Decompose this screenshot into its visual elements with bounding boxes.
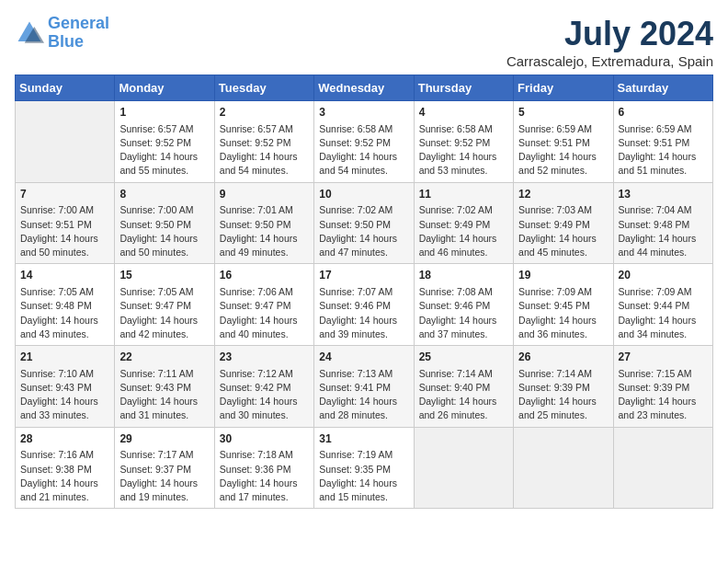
day-info: Sunrise: 7:18 AM Sunset: 9:36 PM Dayligh… bbox=[220, 448, 309, 504]
calendar-cell bbox=[414, 427, 513, 509]
calendar-cell bbox=[16, 101, 115, 183]
day-number: 26 bbox=[518, 350, 608, 365]
day-info: Sunrise: 6:57 AM Sunset: 9:52 PM Dayligh… bbox=[119, 122, 209, 178]
calendar-cell: 30Sunrise: 7:18 AM Sunset: 9:36 PM Dayli… bbox=[214, 427, 313, 509]
day-number: 2 bbox=[220, 105, 309, 121]
day-info: Sunrise: 6:57 AM Sunset: 9:52 PM Dayligh… bbox=[220, 122, 309, 178]
weekday-header-thursday: Thursday bbox=[414, 75, 513, 101]
day-number: 31 bbox=[319, 431, 408, 447]
weekday-header-row: SundayMondayTuesdayWednesdayThursdayFrid… bbox=[16, 75, 713, 101]
day-info: Sunrise: 7:00 AM Sunset: 9:51 PM Dayligh… bbox=[20, 203, 109, 259]
calendar-cell: 5Sunrise: 6:59 AM Sunset: 9:51 PM Daylig… bbox=[514, 101, 613, 183]
day-number: 27 bbox=[619, 350, 708, 365]
calendar-cell: 16Sunrise: 7:06 AM Sunset: 9:47 PM Dayli… bbox=[214, 264, 313, 346]
calendar-cell: 27Sunrise: 7:15 AM Sunset: 9:39 PM Dayli… bbox=[613, 346, 712, 428]
day-info: Sunrise: 7:09 AM Sunset: 9:44 PM Dayligh… bbox=[619, 285, 708, 341]
day-number: 15 bbox=[119, 268, 209, 283]
calendar-cell: 14Sunrise: 7:05 AM Sunset: 9:48 PM Dayli… bbox=[16, 264, 115, 346]
calendar-cell: 11Sunrise: 7:02 AM Sunset: 9:49 PM Dayli… bbox=[414, 182, 513, 264]
weekday-header-wednesday: Wednesday bbox=[314, 75, 414, 101]
logo-line1: General bbox=[48, 14, 109, 32]
day-number: 25 bbox=[419, 350, 508, 365]
day-number: 20 bbox=[619, 268, 708, 283]
calendar-cell: 19Sunrise: 7:09 AM Sunset: 9:45 PM Dayli… bbox=[514, 264, 613, 346]
day-info: Sunrise: 7:14 AM Sunset: 9:40 PM Dayligh… bbox=[419, 367, 508, 423]
calendar-cell: 22Sunrise: 7:11 AM Sunset: 9:43 PM Dayli… bbox=[115, 346, 214, 428]
day-info: Sunrise: 7:19 AM Sunset: 9:35 PM Dayligh… bbox=[319, 448, 408, 504]
calendar-cell bbox=[514, 427, 613, 509]
weekday-header-monday: Monday bbox=[115, 75, 214, 101]
calendar-cell: 23Sunrise: 7:12 AM Sunset: 9:42 PM Dayli… bbox=[214, 346, 313, 428]
location-title: Carrascalejo, Extremadura, Spain bbox=[506, 53, 713, 69]
day-info: Sunrise: 7:17 AM Sunset: 9:37 PM Dayligh… bbox=[119, 448, 209, 504]
day-info: Sunrise: 6:58 AM Sunset: 9:52 PM Dayligh… bbox=[419, 122, 508, 178]
calendar-cell: 24Sunrise: 7:13 AM Sunset: 9:41 PM Dayli… bbox=[314, 346, 414, 428]
day-info: Sunrise: 7:05 AM Sunset: 9:48 PM Dayligh… bbox=[20, 285, 109, 341]
day-number: 16 bbox=[220, 268, 309, 283]
logo-icon bbox=[15, 18, 44, 48]
day-info: Sunrise: 7:13 AM Sunset: 9:41 PM Dayligh… bbox=[319, 367, 408, 423]
day-number: 7 bbox=[20, 187, 109, 202]
logo: General Blue bbox=[15, 15, 109, 52]
day-info: Sunrise: 7:00 AM Sunset: 9:50 PM Dayligh… bbox=[119, 203, 209, 259]
day-info: Sunrise: 6:59 AM Sunset: 9:51 PM Dayligh… bbox=[619, 122, 708, 178]
calendar-cell: 13Sunrise: 7:04 AM Sunset: 9:48 PM Dayli… bbox=[613, 182, 712, 264]
day-number: 18 bbox=[419, 268, 508, 283]
calendar-cell: 29Sunrise: 7:17 AM Sunset: 9:37 PM Dayli… bbox=[115, 427, 214, 509]
calendar-week-2: 7Sunrise: 7:00 AM Sunset: 9:51 PM Daylig… bbox=[16, 182, 713, 264]
day-number: 6 bbox=[619, 105, 708, 121]
day-number: 24 bbox=[319, 350, 408, 365]
day-info: Sunrise: 7:12 AM Sunset: 9:42 PM Dayligh… bbox=[220, 367, 309, 423]
weekday-header-saturday: Saturday bbox=[613, 75, 712, 101]
calendar-cell: 12Sunrise: 7:03 AM Sunset: 9:49 PM Dayli… bbox=[514, 182, 613, 264]
day-number: 9 bbox=[220, 187, 309, 202]
calendar-cell: 25Sunrise: 7:14 AM Sunset: 9:40 PM Dayli… bbox=[414, 346, 513, 428]
calendar-cell: 20Sunrise: 7:09 AM Sunset: 9:44 PM Dayli… bbox=[613, 264, 712, 346]
day-info: Sunrise: 7:11 AM Sunset: 9:43 PM Dayligh… bbox=[119, 367, 209, 423]
day-number: 17 bbox=[319, 268, 408, 283]
day-number: 13 bbox=[619, 187, 708, 202]
day-info: Sunrise: 7:15 AM Sunset: 9:39 PM Dayligh… bbox=[619, 367, 708, 423]
month-title: July 2024 bbox=[506, 15, 713, 53]
day-number: 22 bbox=[119, 350, 209, 365]
day-number: 10 bbox=[319, 187, 408, 202]
day-number: 1 bbox=[119, 105, 209, 121]
calendar-cell: 3Sunrise: 6:58 AM Sunset: 9:52 PM Daylig… bbox=[314, 101, 414, 183]
day-info: Sunrise: 7:04 AM Sunset: 9:48 PM Dayligh… bbox=[619, 203, 708, 259]
calendar-table: SundayMondayTuesdayWednesdayThursdayFrid… bbox=[15, 75, 713, 509]
day-number: 11 bbox=[419, 187, 508, 202]
day-number: 14 bbox=[20, 268, 109, 283]
calendar-week-1: 1Sunrise: 6:57 AM Sunset: 9:52 PM Daylig… bbox=[16, 101, 713, 183]
weekday-header-sunday: Sunday bbox=[16, 75, 115, 101]
calendar-cell: 31Sunrise: 7:19 AM Sunset: 9:35 PM Dayli… bbox=[314, 427, 414, 509]
day-number: 30 bbox=[220, 431, 309, 447]
day-number: 28 bbox=[20, 431, 109, 447]
day-info: Sunrise: 6:59 AM Sunset: 9:51 PM Dayligh… bbox=[518, 122, 608, 178]
calendar-cell: 26Sunrise: 7:14 AM Sunset: 9:39 PM Dayli… bbox=[514, 346, 613, 428]
calendar-cell: 2Sunrise: 6:57 AM Sunset: 9:52 PM Daylig… bbox=[214, 101, 313, 183]
calendar-cell: 21Sunrise: 7:10 AM Sunset: 9:43 PM Dayli… bbox=[16, 346, 115, 428]
weekday-header-tuesday: Tuesday bbox=[214, 75, 313, 101]
day-number: 23 bbox=[220, 350, 309, 365]
day-info: Sunrise: 7:08 AM Sunset: 9:46 PM Dayligh… bbox=[419, 285, 508, 341]
title-area: July 2024 Carrascalejo, Extremadura, Spa… bbox=[506, 15, 713, 69]
day-info: Sunrise: 7:02 AM Sunset: 9:50 PM Dayligh… bbox=[319, 203, 408, 259]
day-info: Sunrise: 6:58 AM Sunset: 9:52 PM Dayligh… bbox=[319, 122, 408, 178]
logo-line2: Blue bbox=[48, 32, 84, 51]
day-info: Sunrise: 7:05 AM Sunset: 9:47 PM Dayligh… bbox=[119, 285, 209, 341]
calendar-cell: 6Sunrise: 6:59 AM Sunset: 9:51 PM Daylig… bbox=[613, 101, 712, 183]
day-info: Sunrise: 7:03 AM Sunset: 9:49 PM Dayligh… bbox=[518, 203, 608, 259]
calendar-cell: 9Sunrise: 7:01 AM Sunset: 9:50 PM Daylig… bbox=[214, 182, 313, 264]
day-info: Sunrise: 7:07 AM Sunset: 9:46 PM Dayligh… bbox=[319, 285, 408, 341]
day-info: Sunrise: 7:09 AM Sunset: 9:45 PM Dayligh… bbox=[518, 285, 608, 341]
day-info: Sunrise: 7:16 AM Sunset: 9:38 PM Dayligh… bbox=[20, 448, 109, 504]
header: General Blue July 2024 Carrascalejo, Ext… bbox=[15, 15, 713, 69]
calendar-week-3: 14Sunrise: 7:05 AM Sunset: 9:48 PM Dayli… bbox=[16, 264, 713, 346]
calendar-cell: 10Sunrise: 7:02 AM Sunset: 9:50 PM Dayli… bbox=[314, 182, 414, 264]
day-number: 29 bbox=[119, 431, 209, 447]
day-info: Sunrise: 7:02 AM Sunset: 9:49 PM Dayligh… bbox=[419, 203, 508, 259]
day-info: Sunrise: 7:14 AM Sunset: 9:39 PM Dayligh… bbox=[518, 367, 608, 423]
day-number: 5 bbox=[518, 105, 608, 121]
day-number: 4 bbox=[419, 105, 508, 121]
day-info: Sunrise: 7:06 AM Sunset: 9:47 PM Dayligh… bbox=[220, 285, 309, 341]
